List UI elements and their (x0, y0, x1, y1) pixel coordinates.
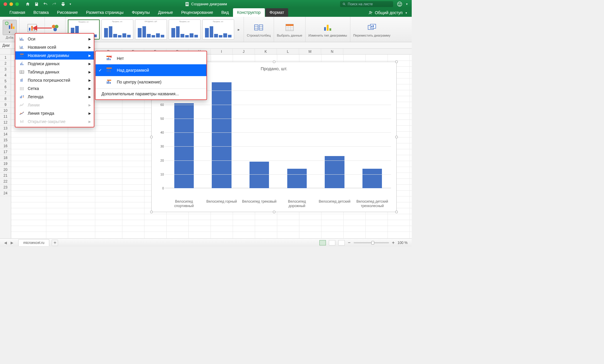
row-header[interactable]: 5 (0, 78, 11, 84)
chart-bar[interactable] (212, 82, 231, 188)
view-page-break-button[interactable] (338, 240, 345, 245)
menu-item[interactable]: Линия тренда▶ (15, 109, 94, 117)
save-icon[interactable] (34, 2, 39, 6)
col-header[interactable]: N (321, 49, 343, 54)
minimize-window-button[interactable] (9, 2, 13, 6)
chart-resize-handle[interactable] (395, 60, 398, 63)
search-input[interactable]: Поиск на листе (340, 1, 393, 7)
chart-resize-handle[interactable] (273, 60, 275, 63)
row-header[interactable]: 1 (0, 55, 11, 60)
chart-bar[interactable] (362, 169, 382, 188)
chart-bar[interactable] (325, 156, 344, 188)
change-chart-type-button[interactable] (321, 22, 334, 33)
row-header[interactable]: 7 (0, 90, 11, 96)
maximize-window-button[interactable] (15, 2, 19, 6)
menu-item[interactable]: Название диаграммы▶ (15, 51, 94, 60)
row-header[interactable]: 6 (0, 84, 11, 90)
menu-item[interactable]: nПодписи данных▶ (15, 60, 94, 68)
row-header[interactable]: 11 (0, 114, 11, 119)
tab-format[interactable]: Формат (265, 8, 288, 17)
select-data-button[interactable] (283, 22, 296, 33)
row-header[interactable]: 9 (0, 102, 11, 108)
add-chart-element-button[interactable]: ▾ (3, 20, 17, 35)
chart-style-4[interactable]: Продано, шт. (169, 19, 201, 40)
row-header[interactable]: 10 (0, 108, 11, 114)
zoom-in-button[interactable]: + (392, 240, 395, 245)
col-header[interactable]: M (299, 49, 321, 54)
redo-icon[interactable] (52, 2, 57, 6)
menu-item[interactable]: Оси▶ (15, 35, 94, 43)
tab-pagelayout[interactable]: Разметка страницы (82, 8, 128, 17)
zoom-slider[interactable] (354, 242, 389, 243)
row-header[interactable]: 23 (0, 184, 11, 190)
col-header[interactable]: L (277, 49, 299, 54)
chart-style-2[interactable]: Продано, шт. (101, 19, 133, 40)
submenu-more-options[interactable]: Дополнительные параметры названия... (96, 89, 206, 98)
row-header[interactable]: 8 (0, 96, 11, 102)
row-header[interactable]: 24 (0, 190, 11, 196)
row-header[interactable]: 3 (0, 66, 11, 72)
sheet-nav-next[interactable]: ▶ (9, 240, 15, 246)
sheet-nav-prev[interactable]: ◀ (2, 240, 8, 246)
row-header[interactable]: 14 (0, 131, 11, 137)
zoom-slider-thumb[interactable] (371, 241, 374, 245)
switch-row-col-button[interactable] (252, 22, 265, 33)
feedback-smile-icon[interactable] (397, 1, 403, 7)
row-header[interactable]: 19 (0, 161, 11, 167)
col-header[interactable]: J (233, 49, 255, 54)
row-header[interactable]: 17 (0, 149, 11, 155)
gallery-more-button[interactable]: ▸ (236, 27, 241, 32)
zoom-out-button[interactable]: − (348, 240, 350, 245)
menu-item[interactable]: Таблица данных▶ (15, 68, 94, 76)
print-icon[interactable] (61, 2, 65, 6)
menu-item[interactable]: Названия осей▶ (15, 43, 94, 51)
undo-icon[interactable] (43, 2, 48, 6)
chart-resize-handle[interactable] (395, 136, 398, 138)
submenu-item[interactable]: По центру (наложение) (96, 76, 206, 88)
submenu-item[interactable]: ✓Над диаграммой (96, 64, 206, 76)
menu-item[interactable]: Полоса погрешностей▶ (15, 76, 94, 84)
tab-data[interactable]: Данные (154, 8, 177, 17)
titlebar-more-icon[interactable]: ▾ (406, 2, 408, 6)
add-sheet-button[interactable]: + (52, 240, 58, 246)
chart-resize-handle[interactable] (395, 211, 398, 213)
tab-insert[interactable]: Вставка (29, 8, 53, 17)
submenu-item[interactable]: Нет (96, 53, 206, 64)
row-header[interactable]: 20 (0, 167, 11, 173)
row-header[interactable]: 21 (0, 173, 11, 178)
chart-resize-handle[interactable] (150, 211, 153, 213)
chart-resize-handle[interactable] (273, 211, 275, 213)
chart-resize-handle[interactable] (150, 136, 153, 138)
tab-formulas[interactable]: Формулы (128, 8, 154, 17)
tab-review[interactable]: Рецензирование (177, 8, 217, 17)
move-chart-button[interactable] (365, 22, 379, 33)
menu-item[interactable]: Сетка▶ (15, 84, 94, 93)
chart-bar[interactable] (250, 162, 269, 188)
qat-more-icon[interactable]: ▾ (70, 2, 71, 6)
close-window-button[interactable] (4, 2, 7, 6)
col-header[interactable]: I (211, 49, 233, 54)
tab-design[interactable]: Конструктор (233, 8, 265, 17)
home-icon[interactable] (25, 2, 30, 6)
row-header[interactable]: 16 (0, 143, 11, 149)
col-header[interactable]: K (255, 49, 277, 54)
share-button[interactable]: Общий доступ ▾ (364, 9, 412, 17)
chart-style-5[interactable]: Продано, шт. (202, 19, 234, 40)
chart-bar[interactable] (287, 169, 307, 188)
zoom-level[interactable]: 100 % (398, 241, 408, 245)
row-header[interactable]: 15 (0, 137, 11, 143)
row-header[interactable]: 18 (0, 155, 11, 161)
tab-view[interactable]: Вид (217, 8, 233, 17)
row-header[interactable]: 22 (0, 178, 11, 184)
chart-bar[interactable] (174, 103, 194, 188)
menu-item[interactable]: Легенда▶ (15, 93, 94, 101)
row-header[interactable]: 13 (0, 125, 11, 131)
view-normal-button[interactable] (319, 240, 326, 245)
row-header[interactable]: 12 (0, 119, 11, 125)
row-headers[interactable]: 123456789101112131415161718192021222324 (0, 55, 11, 238)
sheet-tab[interactable]: microexcel.ru (18, 239, 49, 246)
row-header[interactable]: 2 (0, 60, 11, 66)
chart-style-3[interactable]: ПРОДАНО, ШТ. (135, 19, 167, 40)
tab-home[interactable]: Главная (5, 8, 29, 17)
view-page-layout-button[interactable] (329, 240, 335, 245)
